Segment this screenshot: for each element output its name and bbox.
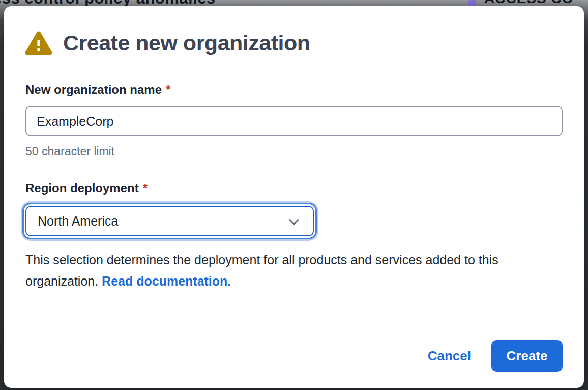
org-name-label-text: New organization name: [25, 82, 162, 96]
dialog-title: Create new organization: [63, 31, 310, 55]
org-name-helper-text: 50 character limit: [25, 145, 114, 158]
read-documentation-link[interactable]: Read documentation.: [102, 274, 231, 288]
region-select[interactable]: North America: [25, 206, 314, 236]
required-asterisk: *: [166, 82, 170, 96]
chevron-down-icon: [287, 215, 301, 229]
cancel-button[interactable]: Cancel: [426, 344, 473, 368]
create-button[interactable]: Create: [491, 340, 563, 372]
region-description-text: This selection determines the deployment…: [25, 253, 498, 288]
org-name-input[interactable]: [25, 106, 563, 136]
region-label-text: Region deployment: [25, 181, 139, 195]
org-name-label: New organization name*: [25, 82, 170, 97]
dialog-header: Create new organization: [25, 31, 310, 55]
required-asterisk: *: [143, 181, 148, 195]
warning-triangle-icon: [25, 31, 52, 55]
region-selected-value: North America: [26, 214, 118, 229]
region-description: This selection determines the deployment…: [25, 249, 554, 292]
region-label: Region deployment*: [25, 181, 148, 196]
create-organization-dialog: Create new organization New organization…: [4, 6, 584, 388]
purple-app-icon: [468, 0, 476, 6]
dialog-footer: Cancel Create: [426, 340, 563, 372]
